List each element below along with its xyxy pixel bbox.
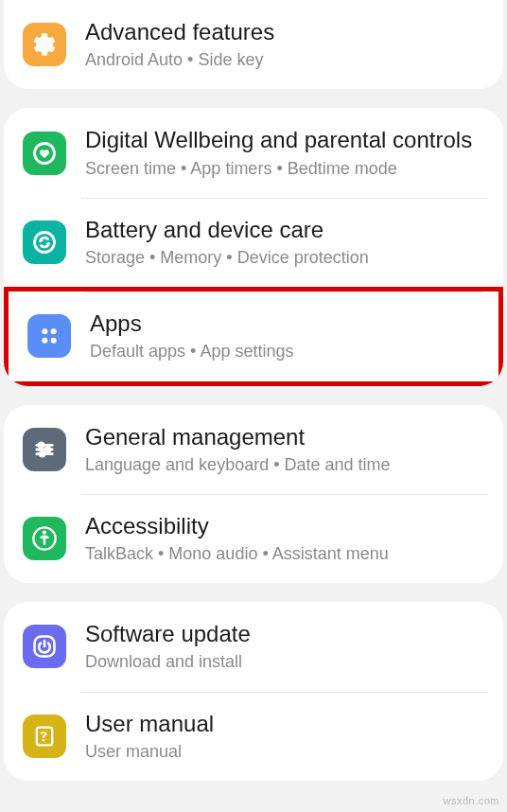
svg-point-13 [43, 531, 46, 535]
settings-card: General managementLanguage and keyboard … [4, 405, 503, 584]
svg-point-10 [45, 447, 50, 451]
row-title: Battery and device care [85, 215, 484, 244]
watermark-text: wsxdn.com [443, 795, 499, 800]
settings-card: Advanced featuresAndroid Auto • Side key [4, 0, 503, 89]
settings-row-software-update[interactable]: Software updateDownload and install [4, 602, 503, 691]
row-text: Digital Wellbeing and parental controlsS… [85, 125, 484, 180]
power-circle-icon [23, 625, 66, 668]
cog-icon [23, 23, 66, 66]
row-subtitle: Language and keyboard • Date and time [85, 453, 484, 477]
row-subtitle: User manual [85, 740, 484, 764]
row-text: User manualUser manual [85, 709, 484, 764]
settings-card: Digital Wellbeing and parental controlsS… [4, 108, 503, 385]
manual-icon [23, 715, 66, 758]
settings-card: Software updateDownload and installUser … [4, 602, 503, 781]
svg-point-3 [51, 329, 57, 335]
settings-row-apps[interactable]: AppsDefault apps • App settings [4, 287, 503, 385]
row-subtitle: Screen time • App timers • Bedtime mode [85, 157, 484, 181]
row-text: Advanced featuresAndroid Auto • Side key [85, 17, 484, 72]
settings-row-digital-wellbeing[interactable]: Digital Wellbeing and parental controlsS… [4, 108, 503, 197]
svg-point-11 [40, 451, 44, 456]
person-circle-icon [23, 517, 66, 560]
row-title: Digital Wellbeing and parental controls [85, 125, 484, 154]
settings-row-user-manual[interactable]: User manualUser manual [4, 692, 503, 781]
row-subtitle: TalkBack • Mono audio • Assistant menu [85, 542, 484, 566]
refresh-ring-icon [23, 221, 66, 264]
row-title: Apps [90, 309, 480, 338]
row-text: AppsDefault apps • App settings [90, 309, 480, 363]
row-subtitle: Android Auto • Side key [85, 48, 484, 72]
row-title: Accessibility [85, 511, 484, 540]
row-subtitle: Default apps • App settings [90, 340, 480, 363]
settings-row-battery-device-care[interactable]: Battery and device careStorage • Memory … [4, 198, 503, 287]
row-text: Battery and device careStorage • Memory … [85, 215, 484, 270]
settings-row-general-management[interactable]: General managementLanguage and keyboard … [4, 405, 503, 494]
settings-row-advanced-features[interactable]: Advanced featuresAndroid Auto • Side key [4, 0, 503, 89]
row-text: AccessibilityTalkBack • Mono audio • Ass… [85, 511, 484, 566]
row-title: General management [85, 422, 484, 451]
row-subtitle: Download and install [85, 650, 484, 674]
heart-ring-icon [23, 132, 66, 175]
row-title: User manual [85, 709, 484, 738]
svg-point-9 [39, 443, 44, 448]
svg-point-5 [51, 338, 57, 344]
row-text: General managementLanguage and keyboard … [85, 422, 484, 477]
row-text: Software updateDownload and install [85, 619, 484, 674]
svg-point-4 [42, 338, 47, 344]
row-subtitle: Storage • Memory • Device protection [85, 246, 484, 270]
settings-row-accessibility[interactable]: AccessibilityTalkBack • Mono audio • Ass… [4, 494, 503, 583]
row-title: Software update [85, 619, 484, 648]
four-dots-icon [27, 314, 71, 358]
sliders-icon [23, 428, 66, 471]
svg-point-2 [42, 329, 47, 335]
row-title: Advanced features [85, 17, 484, 46]
svg-point-1 [35, 232, 55, 252]
